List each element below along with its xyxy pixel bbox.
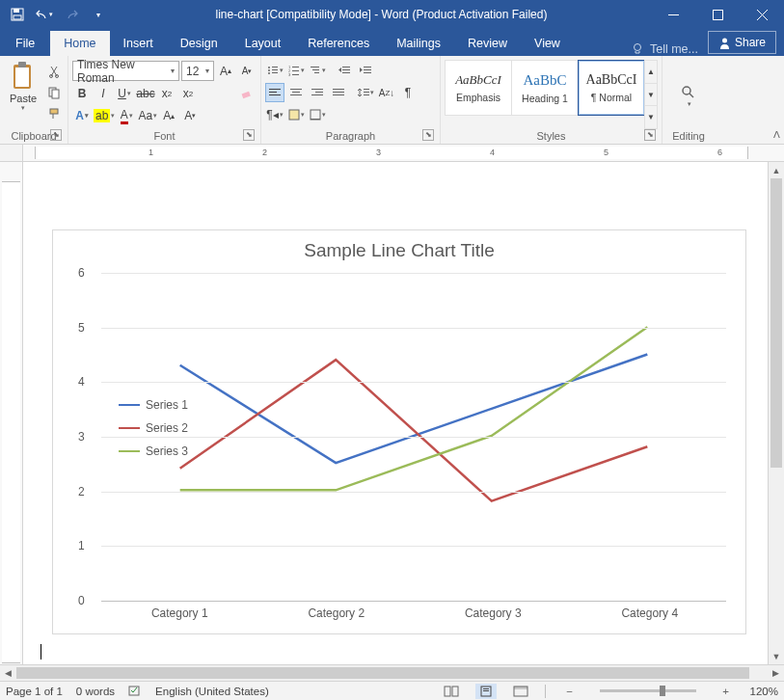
scroll-down-button[interactable]: ▼ (769, 648, 784, 664)
italic-button[interactable]: I (94, 84, 113, 103)
font-size-combo[interactable]: 12▾ (181, 61, 214, 81)
tab-references[interactable]: References (294, 31, 383, 56)
cut-button[interactable] (44, 62, 64, 81)
decrease-indent-button[interactable] (335, 61, 354, 80)
font-dialog-launcher[interactable]: ⬊ (243, 129, 255, 141)
tab-view[interactable]: View (521, 31, 574, 56)
bold-button[interactable]: B (72, 84, 92, 103)
multilevel-button[interactable] (308, 61, 327, 80)
ltr-button[interactable]: ¶◂ (265, 105, 284, 124)
zoom-out-button[interactable]: − (559, 684, 581, 699)
status-page[interactable]: Page 1 of 1 (6, 686, 63, 697)
vertical-scrollbar[interactable]: ▲ ▼ (768, 162, 784, 664)
clipboard-dialog-launcher[interactable]: ⬊ (50, 129, 62, 141)
share-button[interactable]: Share (708, 31, 776, 54)
read-mode-button[interactable] (441, 684, 462, 699)
styles-scroll-up[interactable]: ▲ (645, 61, 657, 84)
undo-icon[interactable]: ▾ (31, 1, 58, 28)
increase-indent-button[interactable] (356, 61, 375, 80)
paragraph-dialog-launcher[interactable]: ⬊ (422, 129, 434, 141)
zoom-in-button[interactable]: + (716, 684, 737, 699)
show-marks-button[interactable]: ¶ (398, 83, 418, 102)
tab-layout[interactable]: Layout (231, 31, 295, 56)
ruler-bar: 123456 (0, 145, 784, 162)
font-name-combo[interactable]: Times New Roman▾ (72, 61, 179, 81)
sort-button[interactable]: AZ↓ (377, 83, 396, 102)
tell-me-search[interactable]: Tell me... (621, 42, 708, 56)
vertical-ruler[interactable] (0, 162, 23, 664)
zoom-slider[interactable] (600, 689, 696, 692)
chart-object[interactable]: Sample Line Chart Title Series 1Series 2… (52, 229, 746, 634)
svg-rect-49 (364, 89, 369, 90)
tab-review[interactable]: Review (454, 31, 521, 56)
strike-button[interactable]: abc (136, 84, 155, 103)
style---normal[interactable]: AaBbCcI¶ Normal (578, 60, 645, 116)
collapse-ribbon-icon[interactable]: ᐱ (773, 129, 780, 140)
tab-home[interactable]: Home (50, 31, 109, 56)
svg-rect-47 (333, 92, 344, 93)
borders-button[interactable] (308, 105, 327, 124)
scroll-up-button[interactable]: ▲ (769, 162, 784, 178)
svg-rect-14 (50, 109, 58, 114)
maximize-button[interactable] (695, 0, 740, 29)
tab-mailings[interactable]: Mailings (383, 31, 454, 56)
shrink-font-button[interactable]: A▾ (237, 62, 257, 81)
scroll-right-button[interactable]: ▶ (768, 668, 784, 678)
superscript-button[interactable]: x2 (178, 84, 198, 103)
close-button[interactable] (740, 0, 784, 29)
status-language[interactable]: English (United States) (155, 686, 269, 697)
style-heading-1[interactable]: AaBbCHeading 1 (511, 60, 579, 116)
vscroll-thumb[interactable] (770, 178, 782, 468)
editing-menu-button[interactable] (679, 85, 698, 108)
ribbon-tabs: File HomeInsertDesignLayoutReferencesMai… (0, 29, 784, 56)
bullets-button[interactable] (265, 61, 284, 80)
style-emphasis[interactable]: AaBbCcIEmphasis (445, 60, 512, 116)
horizontal-ruler[interactable]: 123456 (23, 145, 784, 161)
highlight-button[interactable]: ab (94, 106, 115, 125)
tab-insert[interactable]: Insert (110, 31, 167, 56)
text-effects-button[interactable]: A (72, 106, 92, 125)
clear-format-button[interactable] (237, 84, 257, 103)
align-center-button[interactable] (286, 83, 306, 102)
ytick-label: 3 (78, 430, 85, 444)
horizontal-scrollbar[interactable]: ◀ ▶ (0, 664, 784, 681)
align-right-button[interactable] (308, 83, 327, 102)
status-proof-icon[interactable] (128, 684, 142, 699)
align-left-button[interactable] (265, 83, 284, 102)
shading-button[interactable] (286, 105, 306, 124)
save-icon[interactable] (4, 1, 31, 28)
tab-design[interactable]: Design (167, 31, 231, 56)
grow-font-button[interactable]: A▴ (216, 62, 235, 81)
styles-dialog-launcher[interactable]: ⬊ (644, 129, 656, 141)
numbering-button[interactable]: 123 (286, 61, 306, 80)
hscroll-thumb[interactable] (16, 667, 749, 679)
web-layout-button[interactable] (510, 684, 531, 699)
paste-button[interactable]: Paste ▾ (4, 62, 42, 112)
scroll-left-button[interactable]: ◀ (0, 668, 16, 678)
print-layout-button[interactable] (475, 684, 497, 699)
grow-font2-button[interactable]: A▴ (159, 106, 178, 125)
zoom-slider-knob[interactable] (660, 686, 665, 696)
tab-file[interactable]: File (0, 31, 50, 56)
status-zoom[interactable]: 120% (750, 686, 778, 697)
qat-customize-icon[interactable]: ▾ (85, 1, 112, 28)
svg-rect-60 (483, 688, 489, 689)
group-paragraph: 123 AZ↓ ¶ ¶◂ Paragraph⬊ (261, 56, 441, 144)
svg-rect-34 (364, 67, 371, 67)
subscript-button[interactable]: x2 (157, 84, 176, 103)
change-case-button[interactable]: Aa (138, 106, 157, 125)
redo-icon[interactable] (58, 1, 85, 28)
minimize-button[interactable] (651, 0, 695, 29)
ruler-corner[interactable] (0, 145, 23, 161)
justify-button[interactable] (329, 83, 348, 102)
styles-expand[interactable]: ▼ (645, 106, 657, 128)
format-painter-button[interactable] (44, 104, 64, 123)
line-spacing-button[interactable] (356, 83, 375, 102)
styles-scroll-down[interactable]: ▼ (645, 84, 657, 107)
shrink-font2-button[interactable]: A▾ (180, 106, 200, 125)
status-words[interactable]: 0 words (76, 686, 115, 697)
copy-button[interactable] (44, 83, 64, 102)
font-color-button[interactable]: A (117, 106, 136, 125)
underline-button[interactable]: U (115, 84, 134, 103)
document-viewport[interactable]: Sample Line Chart Title Series 1Series 2… (23, 162, 784, 664)
